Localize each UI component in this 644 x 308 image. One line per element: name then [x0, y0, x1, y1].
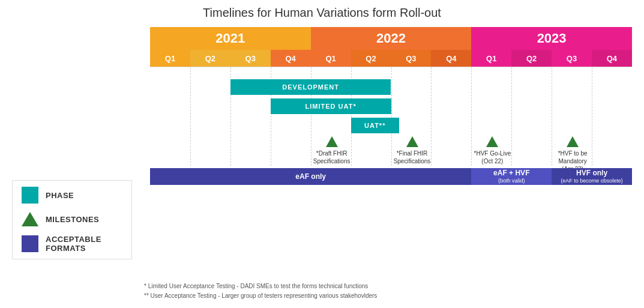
bar-eaf-only: eAF only — [150, 168, 471, 185]
milestone-final-fhir: *Final FHIRSpecifications — [385, 136, 439, 165]
milestone-hvf-mandatory-icon — [567, 136, 579, 147]
quarter-2022-q4: Q4 — [431, 50, 471, 67]
bar-hvf-only-main: HVF only — [576, 169, 607, 177]
legend-formats-label: ACCEPTABLE FORMATS — [46, 235, 101, 253]
milestone-draft-fhir: *Draft FHIRSpecifications — [305, 136, 359, 165]
chart-title: Timelines for Human Variations form Roll… — [12, 6, 632, 20]
bar-hvf-only-sub: (eAF to become obsolete) — [561, 178, 623, 184]
milestone-draft-fhir-icon — [326, 136, 338, 147]
milestone-draft-fhir-label: *Draft FHIRSpecifications — [305, 149, 359, 165]
milestone-hvf-golive: *HVF Go-Live(Oct 22) — [465, 136, 519, 165]
milestone-final-fhir-icon — [406, 136, 418, 147]
year-header-row: 2021 2022 2023 — [150, 27, 632, 50]
legend: PHASE MILESTONES ACCEPTABLE FORMATS — [12, 180, 132, 259]
legend-item-formats: ACCEPTABLE FORMATS — [22, 235, 122, 253]
legend-item-phase: PHASE — [22, 187, 122, 204]
chart-container: Timelines for Human Variations form Roll… — [0, 0, 644, 308]
milestone-hvf-golive-icon — [486, 136, 498, 147]
legend-item-milestones: MILESTONES — [22, 212, 122, 226]
year-2022: 2022 — [311, 27, 472, 50]
bar-eaf-hvf: eAF + HVF (both valid) — [471, 168, 552, 185]
quarter-row: Q1 Q2 Q3 Q4 Q1 Q2 Q3 Q4 Q1 Q2 Q3 Q4 — [150, 50, 632, 67]
quarter-2022-q3: Q3 — [391, 50, 431, 67]
footnote-1: * Limited User Acceptance Testing - DADI… — [144, 282, 377, 291]
legend-phase-label: PHASE — [46, 191, 74, 200]
milestone-hvf-mandatory: *HVF to beMandatory(Apr 23) — [546, 136, 600, 173]
quarter-2023-q2: Q2 — [511, 50, 552, 67]
year-2021: 2021 — [150, 27, 311, 50]
quarter-2023-q1: Q1 — [471, 50, 511, 67]
formats-bar-container: eAF only eAF + HVF (both valid) HVF only… — [150, 168, 632, 190]
legend-formats-icon — [22, 235, 38, 252]
milestone-hvf-golive-label: *HVF Go-Live(Oct 22) — [465, 149, 519, 165]
legend-milestones-label: MILESTONES — [46, 215, 99, 224]
quarter-2021-q2: Q2 — [190, 50, 230, 67]
quarter-2021-q3: Q3 — [230, 50, 271, 67]
quarter-2023-q3: Q3 — [552, 50, 592, 67]
milestone-final-fhir-label: *Final FHIRSpecifications — [385, 149, 439, 165]
footnotes: * Limited User Acceptance Testing - DADI… — [144, 282, 377, 301]
bar-eaf-hvf-sub: (both valid) — [498, 178, 525, 184]
legend-phase-icon — [22, 187, 38, 204]
gantt-body: DEVELOPMENT LIMITED UAT* UAT** *Draft FH… — [150, 67, 632, 166]
development-bar: DEVELOPMENT — [230, 79, 391, 95]
bar-hvf-only: HVF only (eAF to become obsolete) — [552, 168, 632, 185]
year-2023: 2023 — [471, 27, 632, 50]
quarter-2021-q1: Q1 — [150, 50, 190, 67]
quarter-2021-q4: Q4 — [271, 50, 311, 67]
footnote-2: ** User Acceptance Testing - Larger grou… — [144, 291, 377, 301]
quarter-2022-q2: Q2 — [351, 50, 391, 67]
uat-bar: UAT** — [351, 118, 399, 133]
quarter-2022-q1: Q1 — [311, 50, 351, 67]
timeline-area: 2021 2022 2023 Q1 Q2 Q3 Q4 Q1 Q2 Q3 Q4 Q… — [150, 27, 632, 190]
quarter-2023-q4: Q4 — [592, 50, 632, 67]
limited-uat-bar: LIMITED UAT* — [271, 98, 391, 114]
legend-milestone-icon — [22, 212, 38, 226]
bar-eaf-hvf-main: eAF + HVF — [493, 169, 529, 177]
